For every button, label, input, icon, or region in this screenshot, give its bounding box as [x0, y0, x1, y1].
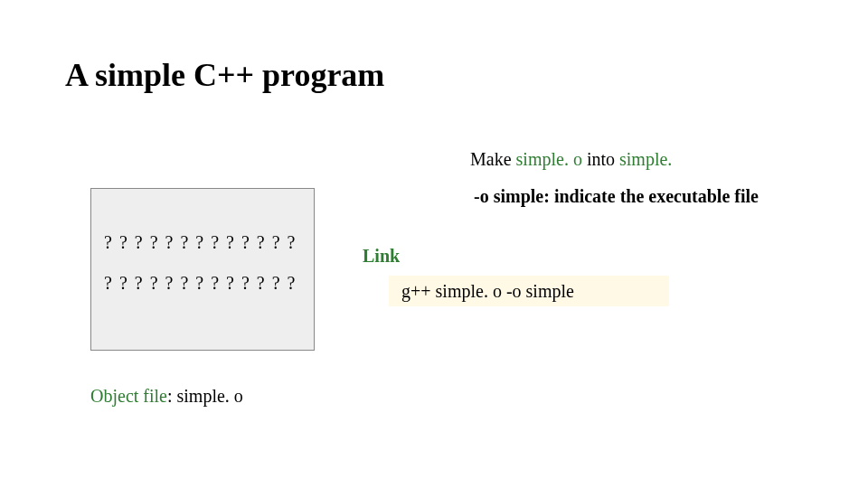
code-line-1: ? ? ? ? ? ? ? ? ? ? ? ? ? — [104, 232, 301, 253]
note-line: -o simple: indicate the executable file — [474, 186, 759, 207]
command-text: g++ simple. o -o simple — [401, 281, 574, 302]
link-label: Link — [363, 246, 400, 267]
object-file-key: Object file — [90, 386, 167, 406]
make-line: Make simple. o into simple. — [470, 149, 672, 170]
make-prefix: Make — [470, 149, 516, 169]
make-file2: simple. — [619, 149, 672, 169]
slide-title: A simple C++ program — [65, 56, 384, 94]
object-file-label: Object file: simple. o — [90, 386, 243, 407]
code-line-2: ? ? ? ? ? ? ? ? ? ? ? ? ? — [104, 273, 301, 294]
object-file-value: : simple. o — [167, 386, 243, 406]
object-code-box: ? ? ? ? ? ? ? ? ? ? ? ? ? ? ? ? ? ? ? ? … — [90, 188, 315, 351]
command-box: g++ simple. o -o simple — [389, 276, 669, 306]
make-file1: simple. o — [516, 149, 582, 169]
make-mid: into — [582, 149, 619, 169]
